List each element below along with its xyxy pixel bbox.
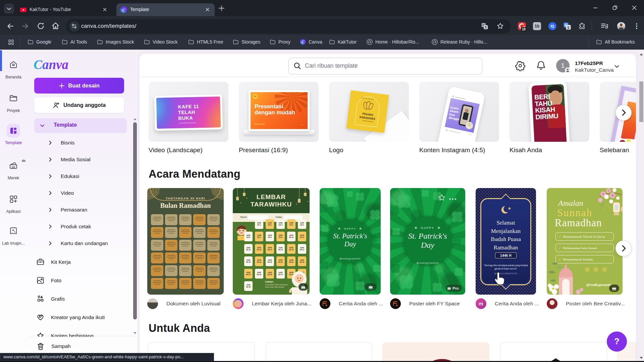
svg-text:文: 文 (484, 25, 487, 29)
svg-text:C: C (302, 40, 304, 44)
svg-text:Canva: Canva (34, 57, 68, 72)
svg-text:co: co (12, 165, 15, 169)
svg-text:文: 文 (567, 26, 570, 29)
svg-text:C: C (122, 7, 125, 12)
